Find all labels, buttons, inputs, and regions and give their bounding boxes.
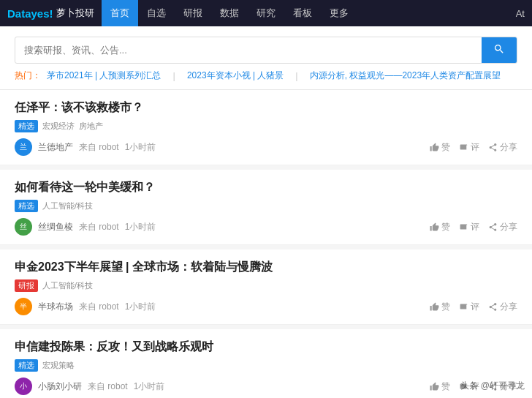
share-label-0: 分享 bbox=[500, 141, 517, 154]
comment-label-0: 评 bbox=[471, 141, 479, 154]
search-button[interactable] bbox=[482, 37, 517, 63]
avatar-3: 小 bbox=[15, 378, 32, 395]
tag-category-1a: 人工智能/科技 bbox=[42, 200, 93, 211]
source-3: 来自 robot bbox=[88, 380, 128, 393]
article-tags-1: 精选 人工智能/科技 bbox=[15, 200, 517, 212]
tag-category-0a: 宏观经济 bbox=[42, 121, 75, 132]
author-name-3[interactable]: 小肠刘小研 bbox=[38, 380, 82, 393]
source-2: 来自 robot bbox=[79, 301, 119, 313]
time-0: 1小时前 bbox=[125, 141, 156, 154]
main-nav: 首页 自选 研报 数据 研究 看板 更多 bbox=[102, 0, 516, 26]
search-area: 热门： 茅市2021年 | 人预测系列汇总 | 2023年资本小视 | 人猪景 … bbox=[0, 26, 532, 90]
like-icon-1 bbox=[430, 222, 439, 232]
source-1: 来自 robot bbox=[79, 221, 119, 233]
comment-button-2[interactable]: 评 bbox=[459, 301, 479, 313]
search-bar bbox=[15, 37, 517, 64]
tag-category-3a: 宏观策略 bbox=[42, 360, 75, 371]
hot-link-1[interactable]: 2023年资本小视 | 人猪景 bbox=[187, 70, 284, 82]
meta-right-0: 赞 评 分享 bbox=[430, 141, 517, 154]
hot-label: 热门： bbox=[15, 70, 41, 82]
article-meta-3: 小 小肠刘小研 来自 robot 1小时前 赞 评 分享 bbox=[15, 378, 517, 395]
tag-jingxuan-0: 精选 bbox=[15, 120, 38, 132]
time-2: 1小时前 bbox=[125, 301, 156, 313]
like-label-2: 赞 bbox=[441, 301, 450, 313]
hot-link-2[interactable]: 内源分析, 权益观光——2023年人类资产配置展望 bbox=[310, 70, 501, 82]
like-label-3: 赞 bbox=[441, 380, 450, 393]
comment-icon-1 bbox=[459, 222, 468, 232]
article-card-2: 申金2023下半年展望 | 全球市场：软着陆与慢腾波 研报 人工智能/科技 半 … bbox=[0, 249, 532, 325]
tag-yanjiu-2: 研报 bbox=[15, 279, 38, 292]
tag-jingxuan-1: 精选 bbox=[15, 200, 38, 212]
meta-left-0: 兰 兰德地产 来自 robot 1小时前 bbox=[15, 138, 156, 156]
meta-left-3: 小 小肠刘小研 来自 robot 1小时前 bbox=[15, 378, 164, 395]
like-button-1[interactable]: 赞 bbox=[430, 221, 450, 233]
logo-cn: 萝卜投研 bbox=[56, 7, 94, 20]
nav-item-data[interactable]: 数据 bbox=[211, 0, 248, 26]
like-label-0: 赞 bbox=[441, 141, 450, 154]
nav-item-more[interactable]: 更多 bbox=[321, 0, 357, 26]
comment-icon-0 bbox=[459, 143, 468, 152]
search-input[interactable] bbox=[15, 39, 482, 61]
article-card-0: 任泽平：该不该救楼市？ 精选 宏观经济 房地产 兰 兰德地产 来自 robot … bbox=[0, 90, 532, 165]
comment-button-1[interactable]: 评 bbox=[459, 221, 479, 233]
like-icon-0 bbox=[430, 143, 439, 152]
article-title-0[interactable]: 任泽平：该不该救楼市？ bbox=[15, 100, 517, 116]
time-3: 1小时前 bbox=[134, 380, 165, 393]
article-tags-0: 精选 宏观经济 房地产 bbox=[15, 120, 517, 132]
nav-item-watchlist[interactable]: 自选 bbox=[138, 0, 175, 26]
article-title-3[interactable]: 申信建投陈果：反攻！又到战略乐观时 bbox=[15, 339, 517, 355]
author-name-0[interactable]: 兰德地产 bbox=[38, 141, 73, 154]
article-card-1: 如何看待这一轮中美缓和？ 精选 人工智能/科技 丝 丝绸鱼棱 来自 robot … bbox=[0, 170, 532, 245]
author-name-1[interactable]: 丝绸鱼棱 bbox=[38, 221, 73, 233]
like-button-0[interactable]: 赞 bbox=[430, 141, 450, 154]
share-icon-0 bbox=[488, 143, 498, 152]
content-area: 任泽平：该不该救楼市？ 精选 宏观经济 房地产 兰 兰德地产 来自 robot … bbox=[0, 90, 532, 398]
avatar-1: 丝 bbox=[15, 218, 32, 236]
hot-links: 热门： 茅市2021年 | 人预测系列汇总 | 2023年资本小视 | 人猪景 … bbox=[15, 70, 517, 82]
meta-right-2: 赞 评 分享 bbox=[430, 301, 517, 313]
share-icon-1 bbox=[488, 222, 498, 232]
like-icon-2 bbox=[430, 302, 439, 312]
share-label-2: 分享 bbox=[500, 301, 517, 313]
time-1: 1小时前 bbox=[125, 221, 156, 233]
comment-label-2: 评 bbox=[471, 301, 479, 313]
header: Datayes! 萝卜投研 首页 自选 研报 数据 研究 看板 更多 At bbox=[0, 0, 532, 26]
logo-text: Datayes! bbox=[7, 7, 53, 20]
share-button-0[interactable]: 分享 bbox=[488, 141, 517, 154]
search-icon bbox=[493, 43, 505, 55]
source-0: 来自 robot bbox=[79, 141, 119, 154]
meta-right-1: 赞 评 分享 bbox=[430, 221, 517, 233]
share-button-2[interactable]: 分享 bbox=[488, 301, 517, 313]
tag-category-2a: 人工智能/科技 bbox=[42, 280, 93, 291]
avatar-2: 半 bbox=[15, 298, 32, 315]
share-label-1: 分享 bbox=[500, 221, 517, 233]
share-button-1[interactable]: 分享 bbox=[488, 221, 517, 233]
tag-jingxuan-3: 精选 bbox=[15, 359, 38, 372]
hot-link-0[interactable]: 茅市2021年 | 人预测系列汇总 bbox=[47, 70, 161, 82]
article-meta-1: 丝 丝绸鱼棱 来自 robot 1小时前 赞 评 分享 bbox=[15, 218, 517, 236]
comment-label-1: 评 bbox=[471, 221, 479, 233]
like-button-3[interactable]: 赞 bbox=[430, 380, 450, 393]
like-label-1: 赞 bbox=[441, 221, 450, 233]
article-tags-2: 研报 人工智能/科技 bbox=[15, 279, 517, 292]
share-icon-2 bbox=[488, 302, 498, 312]
article-card-3: 申信建投陈果：反攻！又到战略乐观时 精选 宏观策略 小 小肠刘小研 来自 rob… bbox=[0, 329, 532, 398]
nav-item-study[interactable]: 研究 bbox=[248, 0, 284, 26]
watermark: 头条 @轩哥寻龙 bbox=[460, 380, 525, 392]
tag-category-0b: 房地产 bbox=[79, 121, 103, 132]
comment-icon-2 bbox=[459, 302, 468, 312]
header-user-label: At bbox=[516, 8, 525, 19]
nav-item-home[interactable]: 首页 bbox=[102, 0, 138, 26]
article-title-2[interactable]: 申金2023下半年展望 | 全球市场：软着陆与慢腾波 bbox=[15, 260, 517, 275]
author-name-2[interactable]: 半球布场 bbox=[38, 301, 73, 313]
like-button-2[interactable]: 赞 bbox=[430, 301, 450, 313]
article-tags-3: 精选 宏观策略 bbox=[15, 359, 517, 372]
comment-button-0[interactable]: 评 bbox=[459, 141, 479, 154]
like-icon-3 bbox=[430, 382, 439, 391]
nav-item-research[interactable]: 研报 bbox=[175, 0, 211, 26]
article-meta-0: 兰 兰德地产 来自 robot 1小时前 赞 评 分享 bbox=[15, 138, 517, 156]
article-title-1[interactable]: 如何看待这一轮中美缓和？ bbox=[15, 180, 517, 195]
meta-left-1: 丝 丝绸鱼棱 来自 robot 1小时前 bbox=[15, 218, 156, 236]
avatar-0: 兰 bbox=[15, 138, 32, 156]
nav-item-board[interactable]: 看板 bbox=[284, 0, 321, 26]
